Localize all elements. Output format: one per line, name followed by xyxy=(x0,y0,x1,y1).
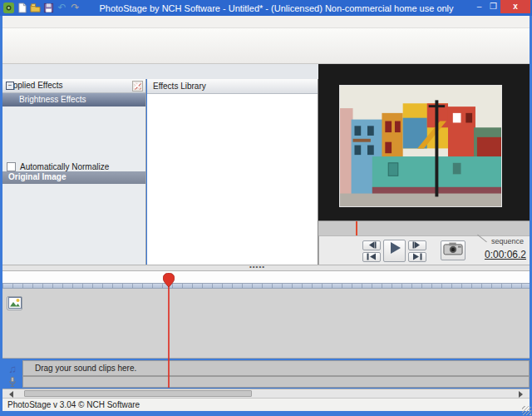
open-project-icon[interactable] xyxy=(30,2,41,13)
resize-grip[interactable] xyxy=(522,406,531,415)
splitter-handle-icon[interactable]: ••••• xyxy=(249,263,265,270)
minimize-button[interactable]: – xyxy=(472,0,486,13)
sequence-tab-label: sequence xyxy=(491,237,524,245)
normalize-checkbox[interactable] xyxy=(7,162,16,171)
window-title: PhotoStage by NCH Software - Untitled* -… xyxy=(81,3,472,13)
music-note-icon: ♫ xyxy=(2,361,22,376)
preview-viewport xyxy=(318,64,530,220)
save-icon[interactable] xyxy=(43,2,54,13)
play-button[interactable] xyxy=(383,240,406,262)
frame-forward-button[interactable] xyxy=(408,240,426,250)
maximize-button[interactable]: ❐ xyxy=(486,0,500,13)
photostage-window: ↶ ↷ PhotoStage by NCH Software - Untitle… xyxy=(0,0,532,416)
redo-icon[interactable]: ↷ xyxy=(70,2,81,13)
horizontal-splitter[interactable]: ••••• xyxy=(2,265,530,271)
undo-icon[interactable]: ↶ xyxy=(57,2,67,13)
effects-library-header: Effects Library xyxy=(147,79,318,94)
video-track xyxy=(2,289,530,359)
window-controls: – ❐ x xyxy=(472,0,532,16)
horizontal-scrollbar[interactable] xyxy=(2,389,530,398)
collapse-icon[interactable]: − xyxy=(6,82,14,90)
tab-row xyxy=(2,64,318,79)
app-icon xyxy=(3,2,14,13)
brightness-effects-header: Brightness Effects xyxy=(2,93,145,106)
menu-bar xyxy=(2,16,530,28)
normalize-label: Automatically Normalize xyxy=(20,162,109,171)
quick-access-toolbar: ↶ ↷ xyxy=(0,2,81,13)
frame-back-button[interactable] xyxy=(362,240,381,250)
applied-effects-panel: Applied Effects Brightness Effects − Aut… xyxy=(2,79,146,265)
playback-controls: sequence 0:00:06.2 xyxy=(318,235,530,265)
preview-image xyxy=(340,86,501,206)
preview-playhead[interactable] xyxy=(356,221,357,235)
narration-track-bar[interactable] xyxy=(22,376,530,388)
close-button[interactable]: x xyxy=(500,0,530,13)
scrollbar-thumb[interactable] xyxy=(24,390,252,397)
sequence-tab-edge xyxy=(477,235,487,242)
playhead-line xyxy=(168,283,170,388)
go-end-button[interactable] xyxy=(408,252,426,262)
go-start-button[interactable] xyxy=(362,252,381,262)
narration-track xyxy=(2,376,530,388)
clip-strip xyxy=(42,282,530,359)
status-bar: PhotoStage v 3.04 © NCH Software xyxy=(2,398,530,411)
applied-effects-header: Applied Effects xyxy=(2,79,145,93)
sound-track-bar[interactable]: Drag your sound clips here. xyxy=(22,360,530,376)
effects-library-panel: Effects Library xyxy=(147,79,318,265)
preview-timeline[interactable] xyxy=(318,220,530,235)
timeline-ruler[interactable] xyxy=(2,271,530,283)
title-bar: ↶ ↷ PhotoStage by NCH Software - Untitle… xyxy=(0,0,532,16)
toolbar xyxy=(2,28,530,64)
sequence-tab[interactable]: sequence xyxy=(480,237,526,247)
sound-track: ♫ Drag your sound clips here. xyxy=(2,360,530,376)
sequence-time[interactable]: 0:00:06.2 xyxy=(485,249,526,260)
new-document-icon[interactable] xyxy=(17,2,27,13)
scroll-left-icon[interactable] xyxy=(9,391,13,398)
microphone-icon xyxy=(2,376,22,388)
snapshot-camera-button[interactable] xyxy=(441,240,466,260)
video-track-button[interactable] xyxy=(7,296,22,310)
sound-hint: Drag your sound clips here. xyxy=(23,364,136,373)
brightness-effects-close-icon[interactable] xyxy=(132,81,142,91)
preview-panel: sequence 0:00:06.2 xyxy=(318,64,530,265)
scroll-right-icon[interactable] xyxy=(519,391,523,398)
playhead-marker[interactable] xyxy=(163,273,175,287)
original-image-header: Original Image xyxy=(2,171,145,184)
